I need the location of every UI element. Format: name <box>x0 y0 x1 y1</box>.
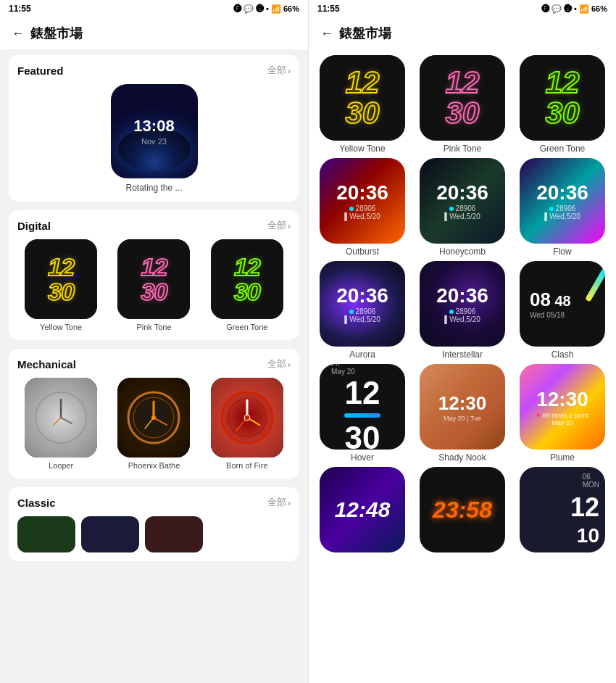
plume-time: 12:30 <box>536 388 588 411</box>
mechanical-thumb-looper <box>25 378 97 458</box>
plume-heart-label: ♥ 89 times 1 point <box>536 411 588 419</box>
label-flow: Flow <box>553 247 571 257</box>
digital-thumb-pink: 12 30 <box>117 239 190 319</box>
galaxy-time: 12:48 <box>335 497 391 522</box>
grid-item-outburst[interactable]: 20:36 28906 ▌Wed,5/20 Outburst <box>315 158 410 257</box>
grid-item-hover[interactable]: FriMay 20 12 30 Hover <box>315 364 410 463</box>
digital-item-yellow[interactable]: 12 30 Yellow Tone <box>17 239 104 331</box>
digital-digits-yellow: 12 <box>48 254 74 279</box>
digital-face-yellow: 12 30 <box>25 239 97 319</box>
flow-time: 20:36 <box>536 181 588 204</box>
grid-item-clean[interactable]: 06MON 1210 <box>515 467 610 555</box>
plume-date: May 20 <box>552 419 573 426</box>
mechanical-item-bornfire[interactable]: Born of Fire <box>204 378 291 470</box>
featured-watch-thumb: 13:08 Nov 23 <box>111 84 198 178</box>
grid-item-green-tone[interactable]: 12 30 Green Tone <box>515 55 610 154</box>
hover-date: FriMay 20 <box>331 364 355 376</box>
face-green-tone: 12 30 <box>520 55 605 141</box>
outburst-sub: 28906 <box>349 204 376 212</box>
digital-label-green: Green Tone <box>226 323 267 331</box>
digital-digits-green: 12 <box>234 254 260 279</box>
grid-item-shady[interactable]: 12:30 May 20 | Tue Shady Nook <box>415 364 510 463</box>
dig-pink-1: 12 <box>446 67 480 98</box>
grid-item-galaxy[interactable]: 12:48 <box>315 467 410 555</box>
grid-item-plume[interactable]: 12:30 ♥ 89 times 1 point May 20 Plume <box>515 364 610 463</box>
flow-sub: 28906 <box>549 204 576 212</box>
grid-item-neon[interactable]: 23:58 <box>415 467 510 555</box>
interstellar-date: ▌Wed,5/20 <box>444 315 480 323</box>
section-classic-all[interactable]: 全部 › <box>267 496 291 509</box>
section-classic-header: Classic 全部 › <box>17 496 291 509</box>
dot-icon-r: • <box>574 4 577 13</box>
analog-face-bornfire <box>211 378 283 458</box>
watch-grid-main: 12 30 Yellow Tone 12 30 Pink Tone <box>315 55 610 555</box>
back-button-right[interactable]: ← <box>320 26 333 41</box>
outburst-date: ▌Wed,5/20 <box>344 212 380 220</box>
time-left: 11:55 <box>9 4 31 14</box>
header-left: ← 錶盤市場 <box>0 17 308 49</box>
status-icons-left: 🅕 💬 🅑 • 📶 66% <box>233 4 299 14</box>
neon-time: 23:58 <box>433 497 492 523</box>
grid-item-yellow-tone[interactable]: 12 30 Yellow Tone <box>315 55 410 154</box>
mechanical-item-looper[interactable]: Looper <box>17 378 104 470</box>
section-classic: Classic 全部 › <box>9 487 299 561</box>
face-yellow-tone: 12 30 <box>320 55 405 141</box>
section-digital-title: Digital <box>17 220 51 232</box>
featured-label: Rotating the ... <box>125 183 182 193</box>
interstellar-sub: 28906 <box>449 307 476 315</box>
mechanical-label-phoenix: Phoenix Bathe <box>128 461 180 470</box>
clock-svg-looper <box>32 389 90 447</box>
honeycomb-content: 20:36 28906 ▌Wed,5/20 <box>420 158 505 244</box>
honeycomb-date: ▌Wed,5/20 <box>444 212 480 220</box>
dig-yellow-2: 30 <box>346 98 380 128</box>
mechanical-item-phoenix[interactable]: Phoenix Bathe <box>110 378 197 470</box>
classic-item-2[interactable] <box>81 516 139 552</box>
digital-item-pink[interactable]: 12 30 Pink Tone <box>110 239 197 331</box>
section-mechanical-title: Mechanical <box>17 358 76 371</box>
grid-item-honeycomb[interactable]: 20:36 28906 ▌Wed,5/20 Honeycomb <box>415 158 510 257</box>
face-pink-tone: 12 30 <box>420 55 505 141</box>
clock-svg-phoenix <box>125 389 183 447</box>
back-button-left[interactable]: ← <box>12 26 25 41</box>
right-grid: 12 30 Yellow Tone 12 30 Pink Tone <box>309 49 616 683</box>
grid-thumb-clean: 06MON 1210 <box>520 467 605 552</box>
battery-left: 66% <box>283 4 299 13</box>
shady-time: 12:30 <box>438 392 487 415</box>
mechanical-thumb-phoenix <box>117 378 190 458</box>
grid-item-interstellar[interactable]: 20:36 28906 ▌Wed,5/20 Interstellar <box>415 261 510 360</box>
grid-item-clash[interactable]: 08 48 Wed 05/18 Clash <box>515 261 610 360</box>
page-title-right: 錶盤市場 <box>339 25 391 42</box>
label-shady: Shady Nook <box>438 452 486 463</box>
digital-thumb-yellow: 12 30 <box>25 239 97 319</box>
grid-thumb-flow: 20:36 28906 ▌Wed,5/20 <box>520 158 605 244</box>
classic-item-3[interactable] <box>145 516 203 552</box>
featured-item[interactable]: 13:08 Nov 23 Rotating the ... <box>17 84 291 193</box>
digital-face-pink: 12 30 <box>117 239 190 319</box>
status-icons-right: 🅕 💬 🅑 • 📶 66% <box>541 4 607 14</box>
hover-content: FriMay 20 12 30 <box>320 364 405 450</box>
msg-icon-r: 💬 <box>552 4 562 14</box>
label-aurora: Aurora <box>349 349 375 360</box>
clash-content: 08 48 Wed 05/18 <box>520 261 605 347</box>
grid-item-aurora[interactable]: 20:36 28906 ▌Wed,5/20 Aurora <box>315 261 410 360</box>
digital-item-green[interactable]: 12 30 Green Tone <box>204 239 291 331</box>
digital-watch-grid: 12 30 Yellow Tone 12 30 Pink Tone <box>17 239 291 331</box>
section-mechanical-all[interactable]: 全部 › <box>267 357 291 371</box>
grid-item-pink-tone[interactable]: 12 30 Pink Tone <box>415 55 510 154</box>
time-right: 11:55 <box>317 4 340 14</box>
digital-thumb-green: 12 30 <box>211 239 283 319</box>
clock-svg-bornfire <box>218 389 276 447</box>
chevron-right-icon: › <box>288 359 291 370</box>
neon-content: 23:58 <box>420 467 505 552</box>
battery-right: 66% <box>591 4 607 13</box>
mechanical-thumb-bornfire <box>211 378 283 458</box>
section-featured-all[interactable]: 全部 › <box>267 64 291 77</box>
grid-item-flow[interactable]: 20:36 28906 ▌Wed,5/20 Flow <box>515 158 610 257</box>
label-pink-tone: Pink Tone <box>444 144 481 154</box>
classic-item-1[interactable] <box>17 516 75 552</box>
clean-time: 1210 <box>570 494 599 547</box>
section-digital-all[interactable]: 全部 › <box>267 219 291 232</box>
plume-content: 12:30 ♥ 89 times 1 point May 20 <box>520 364 605 450</box>
label-yellow-tone: Yellow Tone <box>339 144 385 154</box>
aurora-sub: 28906 <box>349 307 376 315</box>
